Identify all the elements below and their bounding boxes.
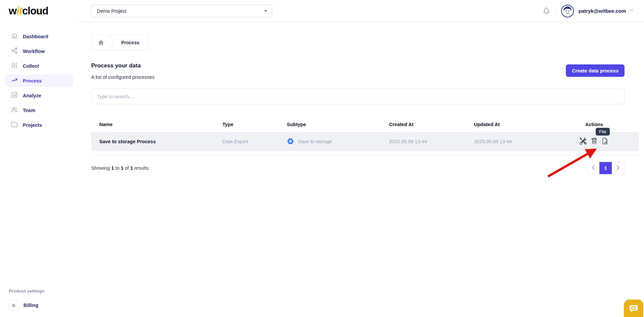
delete-button[interactable] — [591, 138, 597, 145]
sidebar-item-projects[interactable]: Projects — [5, 119, 73, 131]
pagination-prev-button[interactable] — [587, 162, 599, 174]
pagination-next-button[interactable] — [612, 162, 624, 174]
column-header-created-at: Created At — [381, 116, 466, 133]
file-button[interactable] — [602, 138, 608, 145]
logo-part-w: w — [9, 5, 16, 17]
breadcrumb-current: Process — [121, 40, 139, 45]
cell-process-subtype: Save to storage — [279, 133, 381, 151]
chat-launcher-button[interactable] — [624, 300, 643, 317]
page-title: Process your data — [91, 62, 155, 69]
user-email[interactable]: patryk@witbee.com — [579, 8, 626, 14]
gcs-bucket-icon — [287, 138, 294, 146]
breadcrumb: Process — [91, 35, 148, 50]
cell-updated-at: 2025.05.08 13:44 — [466, 133, 577, 151]
topbar-right: patryk@witbee.com — [543, 5, 634, 17]
page-content: Process Process your data A list of conf… — [77, 22, 644, 317]
project-selector-value: Demo Project — [97, 8, 126, 14]
sidebar-item-analyze[interactable]: Analyze — [5, 89, 73, 102]
breadcrumb-separator-icon — [109, 35, 116, 50]
file-bar-graph-icon — [602, 138, 608, 145]
page-head: Process your data A list of configured p… — [91, 62, 625, 80]
create-data-process-button[interactable]: Create data process — [566, 64, 625, 77]
topbar-divider — [555, 7, 556, 15]
configure-tools-button[interactable] — [580, 138, 587, 146]
sidebar-item-billing[interactable]: B Billing — [5, 300, 72, 310]
subtype-label: Save to storage — [298, 139, 332, 144]
share-icon — [11, 47, 18, 55]
home-icon — [11, 33, 18, 40]
project-selector[interactable]: Demo Project — [91, 5, 272, 17]
sidebar-item-label: Workflow — [23, 49, 45, 54]
notifications-bell-icon[interactable] — [543, 7, 550, 15]
processes-table: Name Type Subtype Created At Updated At … — [91, 116, 639, 155]
cell-created-at: 2025.05.08 13:44 — [381, 133, 466, 151]
logo-part-it: it — [16, 5, 22, 17]
chevron-left-icon — [592, 165, 595, 171]
users-icon — [11, 106, 18, 114]
sidebar-item-label: Process — [23, 78, 42, 84]
page-subtitle: A list of configured processes — [91, 74, 155, 80]
chat-bubble-icon — [629, 304, 639, 317]
folder-icon — [11, 121, 18, 129]
logo-part-cloud: cloud — [22, 5, 48, 17]
chevron-right-icon — [616, 165, 620, 171]
sidebar-item-process[interactable]: Process — [5, 74, 73, 87]
sidebar-item-label: Collect — [23, 63, 39, 69]
witcloud-logo[interactable]: witcloud — [0, 0, 77, 22]
sidebar-bottom-section: Product settings B Billing — [0, 288, 77, 317]
sidebar-item-label: Dashboard — [23, 34, 48, 39]
results-summary: Showing 1 to 1 of 1 results — [91, 165, 149, 171]
billing-badge-icon: B — [9, 300, 19, 310]
column-header-type: Type — [214, 116, 279, 133]
cell-process-type: Data Export — [214, 133, 279, 151]
sidebar-item-workflow[interactable]: Workflow — [5, 45, 73, 57]
caret-down-icon — [264, 10, 267, 12]
column-header-updated-at: Updated At — [466, 116, 577, 133]
results-row: Showing 1 to 1 of 1 results 1 — [91, 162, 625, 174]
sidebar-nav: Dashboard Workflow Collect Process Analy… — [0, 22, 77, 288]
sidebar-item-collect[interactable]: Collect — [5, 60, 73, 72]
page-head-text: Process your data A list of configured p… — [91, 62, 155, 80]
sliders-icon — [11, 62, 18, 70]
cell-process-name[interactable]: Save to storage Process — [91, 133, 214, 151]
app-root: witcloud Dashboard Workflow Collect Proc… — [0, 0, 644, 317]
billing-label: Billing — [23, 303, 38, 308]
user-avatar[interactable] — [561, 5, 574, 17]
sidebar-item-label: Projects — [23, 122, 42, 128]
column-header-name: Name — [91, 116, 214, 133]
trending-up-icon — [11, 77, 18, 85]
sidebar-item-team[interactable]: Team — [5, 104, 73, 116]
chevron-down-icon[interactable] — [629, 8, 634, 14]
breadcrumb-home-icon[interactable] — [98, 39, 104, 46]
sidebar-item-label: Team — [23, 108, 35, 113]
pagination-page-1[interactable]: 1 — [599, 162, 612, 174]
sidebar-item-label: Analyze — [23, 93, 41, 98]
main-area: Demo Project patryk@witbee — [77, 0, 644, 317]
tools-icon — [580, 138, 587, 146]
topbar: Demo Project patryk@witbee — [77, 0, 644, 22]
product-settings-label: Product settings — [5, 288, 72, 294]
column-header-subtype: Subtype — [279, 116, 381, 133]
pagination: 1 — [587, 162, 625, 174]
trash-icon — [591, 138, 597, 145]
search-input[interactable] — [91, 89, 625, 104]
bar-chart-icon — [11, 92, 18, 99]
table-grid: Name Type Subtype Created At Updated At … — [91, 116, 639, 151]
sidebar-item-dashboard[interactable]: Dashboard — [5, 30, 73, 43]
file-tooltip: File — [596, 128, 610, 136]
sidebar: witcloud Dashboard Workflow Collect Proc… — [0, 0, 77, 317]
